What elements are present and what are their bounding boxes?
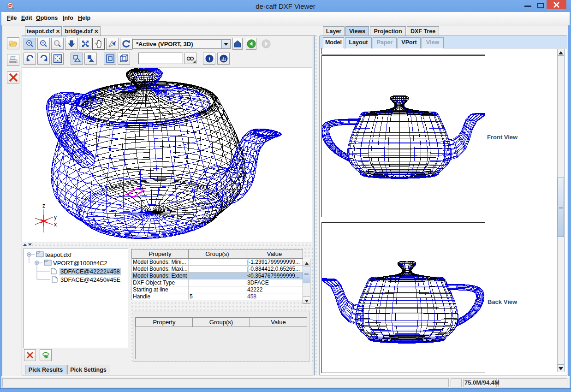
svg-text:z: z	[42, 202, 45, 209]
svg-text:i: i	[208, 56, 210, 61]
svg-text:x: x	[54, 221, 57, 228]
svg-text:DXF: DXF	[8, 5, 12, 7]
svg-text:y: y	[54, 214, 57, 220]
